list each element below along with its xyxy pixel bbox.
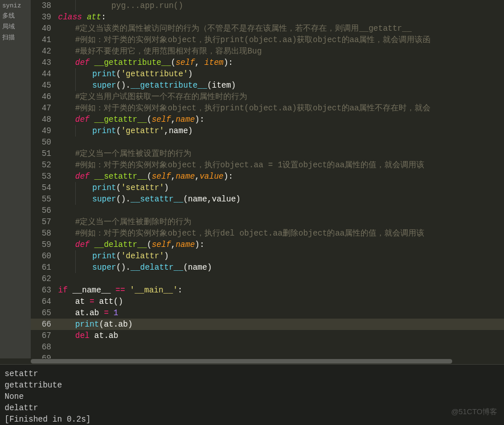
line-number: 47 (35, 102, 51, 114)
code-line[interactable]: if __name__ == '__main__': (58, 284, 504, 296)
code-token: ( (147, 239, 151, 250)
line-number: 65 (35, 307, 51, 319)
indent-guide (58, 330, 75, 341)
code-line[interactable]: #例如：对于类的实例对象object，执行object.aa = 1设置obje… (58, 159, 504, 171)
code-token: ( (147, 114, 151, 125)
code-token: , (171, 239, 175, 250)
line-number: 69 (35, 353, 51, 358)
line-number: 59 (35, 239, 51, 250)
indent-guide (75, 80, 92, 91)
code-token: __setattr__ (95, 171, 147, 182)
code-line[interactable] (58, 137, 504, 148)
code-token: ): (195, 114, 204, 125)
code-token: self (175, 57, 195, 68)
code-line[interactable]: super().__getattribute__(item) (58, 80, 504, 91)
code-token: ) (188, 68, 192, 80)
code-token: (). (116, 193, 130, 205)
horizontal-scrollbar[interactable] (0, 358, 504, 364)
indent-guide (58, 23, 75, 34)
code-line[interactable]: at.ab = 1 (58, 307, 504, 319)
code-token: #例如：对于类的实例对象object，执行print(object.aa)获取o… (75, 34, 431, 46)
code-line[interactable]: #例如：对于类的实例对象object，执行del object.aa删除obje… (58, 228, 504, 239)
code-line[interactable]: at = att() (58, 296, 504, 307)
sidebar-item[interactable]: 多线 (2, 10, 28, 21)
line-number: 56 (35, 205, 51, 216)
indent-guide (75, 182, 92, 193)
code-editor[interactable]: 3839404142434445464748495051525354555657… (31, 0, 504, 358)
code-line[interactable]: del at.ab (58, 330, 504, 341)
code-line[interactable]: def __setattr__(self,name,value): (58, 171, 504, 182)
code-line[interactable] (58, 353, 504, 358)
code-line[interactable]: class att: (58, 11, 504, 23)
line-number: 63 (35, 284, 51, 296)
code-token: class (58, 11, 87, 23)
code-token: #例如：对于类的实例对象object，执行print(object.aa)获取o… (75, 102, 431, 114)
code-token: ,name) (164, 125, 192, 137)
code-line[interactable]: print('getattribute') (58, 68, 504, 80)
code-line[interactable]: def __delattr__(self,name): (58, 239, 504, 250)
line-number: 46 (35, 91, 51, 102)
indent-guide (58, 216, 75, 228)
output-line: getattribute (5, 379, 499, 391)
code-line[interactable]: def __getattribute__(self, item): (58, 57, 504, 68)
code-token: super (92, 80, 116, 91)
scrollbar-thumb[interactable] (31, 359, 452, 364)
code-token: #定义当用户试图获取一个不存在的属性时的行为 (75, 91, 247, 102)
code-token: print (92, 68, 116, 80)
line-number: 41 (35, 34, 51, 46)
output-line: delattr (5, 402, 499, 414)
code-line[interactable] (58, 205, 504, 216)
code-line[interactable]: print('setattr') (58, 182, 504, 193)
code-line[interactable]: #例如：对于类的实例对象object，执行print(object.aa)获取o… (58, 34, 504, 46)
code-token (109, 307, 113, 319)
code-line[interactable]: #定义当一个属性被设置时的行为 (58, 148, 504, 159)
code-line[interactable]: super().__setattr__(name,value) (58, 193, 504, 205)
indent-guide (58, 91, 75, 102)
code-line[interactable]: super().__delattr__(name) (58, 262, 504, 273)
code-token: #例如：对于类的实例对象object，执行object.aa = 1设置obje… (75, 159, 424, 171)
code-token: print (92, 125, 116, 137)
code-line[interactable]: #定义当该类的属性被访问时的行为（不管是不是存在该属性，若不存在，则调用__ge… (58, 23, 504, 34)
code-line[interactable]: #定义当一个属性被删除时的行为 (58, 216, 504, 228)
code-line[interactable]: print('getattr',name) (58, 125, 504, 137)
code-line[interactable] (58, 273, 504, 284)
code-token: , (171, 171, 175, 182)
code-line[interactable]: print(at.ab) (58, 319, 504, 330)
line-number: 51 (35, 148, 51, 159)
code-line[interactable]: #例如：对于类的实例对象object，执行print(object.aa)获取o… (58, 102, 504, 114)
line-number: 38 (35, 0, 51, 11)
indent-guide (58, 102, 75, 114)
code-token: __getattr__ (95, 114, 147, 125)
code-token: 'setattr' (121, 182, 164, 193)
code-line[interactable]: #定义当用户试图获取一个不存在的属性时的行为 (58, 91, 504, 102)
indent-guide (58, 159, 75, 171)
code-token: #最好不要使用它，使用范围相对有限，容易出现Bug (75, 46, 262, 57)
code-token: item (204, 57, 224, 68)
code-token: #定义当一个属性被设置时的行为 (75, 148, 191, 159)
sidebar-item[interactable]: syniz (2, 1, 28, 10)
code-token: del (75, 330, 95, 341)
line-number: 58 (35, 228, 51, 239)
code-token: at (75, 296, 89, 307)
code-token: ( (116, 68, 121, 80)
code-line[interactable] (58, 341, 504, 353)
code-token: ( (147, 171, 151, 182)
code-line[interactable]: pyg...app.run() (58, 0, 504, 11)
code-line[interactable]: def __getattr__(self,name): (58, 114, 504, 125)
line-gutter: 3839404142434445464748495051525354555657… (31, 0, 58, 358)
code-line[interactable]: #最好不要使用它，使用范围相对有限，容易出现Bug (58, 46, 504, 57)
indent-guide (58, 228, 75, 239)
indent-guide (58, 171, 75, 182)
code-token: super (92, 262, 116, 273)
code-token: at.ab (75, 307, 104, 319)
code-token: #定义当该类的属性被访问时的行为（不管是不是存在该属性，若不存在，则调用__ge… (75, 23, 412, 34)
sidebar-item[interactable]: 局域 (2, 21, 28, 32)
line-number: 60 (35, 250, 51, 262)
code-token: ): (223, 57, 233, 68)
sidebar-item[interactable]: 扫描 (2, 32, 28, 43)
code-token: ) (164, 250, 169, 262)
code-token: #例如：对于类的实例对象object，执行del object.aa删除obje… (75, 228, 424, 239)
code-token: value (199, 171, 223, 182)
code-line[interactable]: print('delattr') (58, 250, 504, 262)
code-area[interactable]: pyg...app.run()class att: #定义当该类的属性被访问时的… (58, 0, 504, 358)
